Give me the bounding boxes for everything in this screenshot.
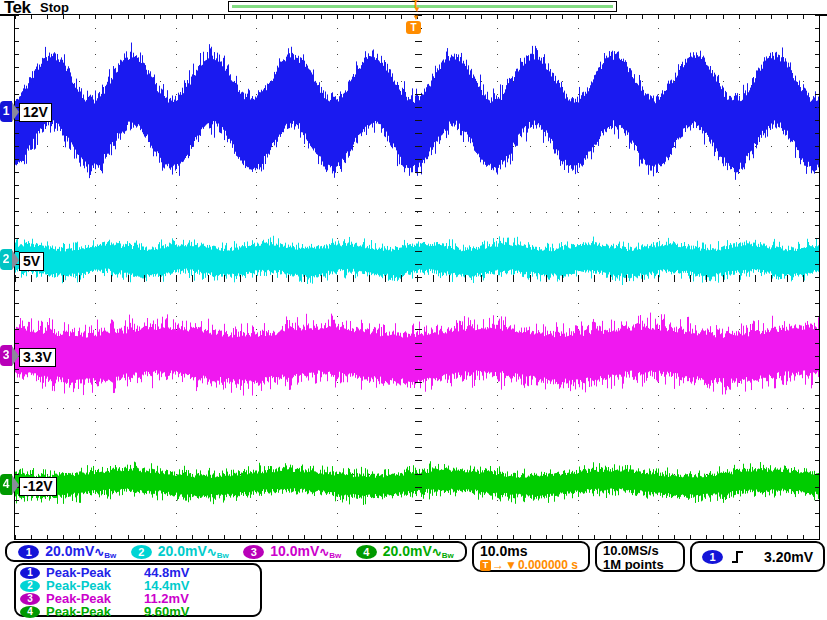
ch3-coupling-icon: ∿: [319, 545, 329, 559]
ch4-position-marker[interactable]: 4: [0, 474, 19, 495]
ch3-scale: 10.0mV∿Bw: [270, 543, 341, 560]
measurement-row-ch4: 4 Peak-Peak 9.60mV: [20, 605, 256, 618]
trigger-level: 3.20mV: [764, 549, 813, 565]
ch3-badge: 3: [243, 545, 264, 559]
oscilloscope-screen: Tek Stop T ▼ ▼ T 12V 5V 3.3V -12V 1 2 3 …: [0, 0, 827, 620]
trigger-position-badge[interactable]: T: [406, 21, 421, 34]
ch3-scale-readout[interactable]: 3 10.0mV∿Bw: [243, 543, 341, 560]
ch4-coupling-icon: ∿: [432, 545, 442, 559]
ch2-bandwidth-icon: Bw: [217, 551, 229, 560]
ch1-coupling-icon: ∿: [94, 545, 104, 559]
ch1-marker-arrow-icon: [12, 102, 19, 122]
trigger-source-badge: 1: [702, 550, 723, 564]
ch4-bandwidth-icon: Bw: [442, 551, 454, 560]
ch2-rail-label: 5V: [19, 252, 44, 271]
ch3-bandwidth-icon: Bw: [329, 551, 341, 560]
ch3-marker-arrow-icon: [12, 346, 19, 366]
record-length: 1M points: [603, 558, 677, 572]
ch2-coupling-icon: ∿: [207, 545, 217, 559]
timebase-readout[interactable]: 10.0ms T → ▼ 0.000000 s: [472, 541, 590, 572]
ch3-marker-number: 3: [0, 345, 12, 366]
ch1-marker-number: 1: [0, 101, 12, 122]
ch1-scale-readout[interactable]: 1 20.0mV∿Bw: [18, 543, 116, 560]
ch2-meas-badge: 2: [20, 580, 40, 592]
delay-value: 0.000000 s: [518, 559, 578, 572]
ch2-badge: 2: [131, 545, 152, 559]
ch3-meas-badge: 3: [20, 593, 40, 605]
measurement-name: Peak-Peak: [46, 604, 138, 619]
delay-t-icon: T: [480, 560, 491, 571]
ch1-meas-badge: 1: [20, 567, 40, 579]
channel-scale-readouts: 1 20.0mV∿Bw 2 20.0mV∿Bw 3 10.0mV∿Bw 4 20…: [5, 541, 467, 562]
ch1-rail-label: 12V: [19, 103, 52, 122]
trigger-readout[interactable]: 1 3.20mV: [690, 541, 825, 572]
ch1-scale: 20.0mV∿Bw: [45, 543, 116, 560]
ch3-position-marker[interactable]: 3: [0, 345, 19, 366]
ch2-scale: 20.0mV∿Bw: [158, 543, 229, 560]
ch2-scale-readout[interactable]: 2 20.0mV∿Bw: [131, 543, 229, 560]
ch2-marker-arrow-icon: [12, 250, 19, 270]
graticule: 12V 5V 3.3V -12V: [14, 14, 820, 540]
ch4-rail-label: -12V: [19, 477, 57, 496]
record-view-waveform-line: [232, 5, 613, 8]
ch2-position-marker[interactable]: 2: [0, 249, 19, 270]
ch4-marker-arrow-icon: [12, 475, 19, 495]
ch4-peak-peak-value: 9.60mV: [144, 604, 190, 619]
ch4-scale: 20.0mV∿Bw: [383, 543, 454, 560]
ch4-marker-number: 4: [0, 474, 12, 495]
acquisition-status: Stop: [40, 0, 69, 15]
ch1-position-marker[interactable]: 1: [0, 101, 19, 122]
ch4-badge: 4: [356, 545, 377, 559]
ch4-meas-badge: 4: [20, 606, 40, 618]
waveform-canvas: [15, 15, 819, 539]
ch3-rail-label: 3.3V: [19, 348, 56, 367]
ch4-scale-readout[interactable]: 4 20.0mV∿Bw: [356, 543, 454, 560]
rising-edge-icon: [731, 549, 744, 565]
trigger-level-arrow-icon[interactable]: ◀: [810, 97, 818, 110]
sample-rate: 10.0MS/s: [603, 544, 677, 558]
record-view-bar[interactable]: [228, 1, 617, 12]
acquisition-readout[interactable]: 10.0MS/s 1M points: [595, 541, 685, 572]
ch2-marker-number: 2: [0, 249, 12, 270]
measurement-panel: 1 Peak-Peak 44.8mV 2 Peak-Peak 14.4mV 3 …: [14, 563, 262, 617]
delay-marker-icon: ▼: [505, 559, 517, 572]
timebase-scale: 10.0ms: [480, 544, 582, 559]
delay-arrow-icon: →: [492, 559, 504, 572]
ch1-badge: 1: [18, 545, 39, 559]
timebase-delay: T → ▼ 0.000000 s: [480, 559, 582, 572]
ch1-bandwidth-icon: Bw: [104, 551, 116, 560]
